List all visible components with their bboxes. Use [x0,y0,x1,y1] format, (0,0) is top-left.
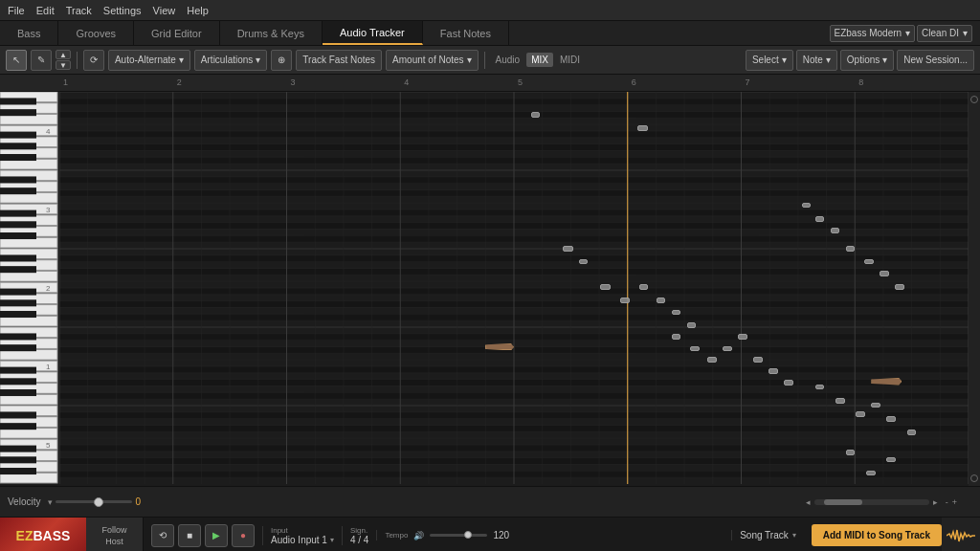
ruler-piano-spacer [0,75,59,92]
tab-fast-notes[interactable]: Fast Notes [423,21,509,45]
midi-note[interactable] [707,357,717,363]
midi-note[interactable] [886,416,896,422]
articulations-btn[interactable]: Articulations ▾ [194,50,267,71]
velocity-slider[interactable] [56,500,132,503]
stop-btn[interactable]: ■ [178,524,201,547]
scroll-up-btn[interactable]: ▲ [56,50,71,59]
midi-note[interactable] [563,246,573,252]
midi-icon-btn[interactable]: ⊕ [271,50,292,71]
play-btn[interactable]: ▶ [205,524,228,547]
right-scrollbar[interactable] [969,92,980,486]
input-selector[interactable]: Audio Input 1 ▾ [271,535,334,545]
amm-tabs: Audio MIX MIDI [491,53,585,67]
h-scroll-track[interactable] [814,499,929,505]
midi-note[interactable] [895,284,904,290]
midi-note[interactable] [802,203,812,209]
midi-note[interactable] [886,457,896,463]
options-btn[interactable]: Options ▾ [840,50,894,71]
grid-area[interactable] [59,92,969,486]
midi-note[interactable] [620,298,630,303]
midi-note[interactable] [637,125,648,131]
menu-edit[interactable]: Edit [36,5,55,16]
midi-note[interactable] [753,357,763,363]
midi-note[interactable] [871,403,880,408]
vel-down-arrow[interactable]: ▾ [48,497,53,507]
track-fast-notes-btn[interactable]: Track Fast Notes [296,50,382,71]
midi-note[interactable] [831,228,840,233]
tab-grooves[interactable]: Grooves [58,21,134,45]
auto-alternate-btn[interactable]: Auto-Alternate ▾ [108,50,190,71]
midi-note[interactable] [723,346,732,352]
pencil-tool[interactable]: ✎ [31,50,52,71]
tab-drums-keys[interactable]: Drums & Keys [220,21,323,45]
midi-note[interactable] [579,259,588,265]
midi-note[interactable] [600,284,611,290]
midi-note[interactable] [768,368,778,374]
accent-note[interactable] [871,378,902,386]
scroll-up-circle[interactable] [970,96,978,103]
scroll-down-circle[interactable] [970,474,978,482]
midi-tab[interactable]: MIDI [555,53,585,67]
tempo-speaker[interactable]: 🔊 [413,531,424,540]
mix-tab[interactable]: MIX [526,53,553,67]
midi-note[interactable] [687,322,697,328]
song-track-chevron[interactable]: ▾ [792,531,796,540]
zoom-minus[interactable]: - [946,497,948,507]
midi-note[interactable] [856,411,865,417]
midi-note[interactable] [880,271,889,276]
divider1 [77,52,78,69]
menu-help[interactable]: Help [187,5,209,16]
loop-btn[interactable]: ⟲ [151,524,174,547]
waveform-svg [947,526,975,545]
cursor-tool[interactable]: ↖ [6,50,27,71]
midi-note[interactable] [690,346,700,352]
midi-note[interactable] [784,380,793,386]
preset1-selector[interactable]: EZbass Modern ▾ [830,25,916,42]
preset2-selector[interactable]: Clean DI ▾ [917,25,972,42]
h-scroll-right[interactable]: ▸ [933,497,938,507]
menu-track[interactable]: Track [66,5,92,16]
scroll-down-btn[interactable]: ▼ [56,60,71,70]
tab-grid-editor[interactable]: Grid Editor [134,21,220,45]
midi-note[interactable] [866,471,876,476]
midi-note[interactable] [738,334,747,340]
zoom-plus[interactable]: + [952,497,957,507]
midi-note[interactable] [672,334,681,340]
record-btn[interactable]: ● [232,524,255,547]
midi-note[interactable] [815,216,825,222]
song-track-section: Song Track ▾ [731,530,804,540]
midi-note[interactable] [907,430,917,435]
follow-host-btn[interactable]: Follow Host [86,518,144,552]
menu-file[interactable]: File [8,5,25,16]
humanize-tool[interactable]: ⟳ [83,50,104,71]
tab-audio-tracker[interactable]: Audio Tracker [323,21,423,45]
tempo-slider[interactable] [430,534,487,537]
midi-note[interactable] [815,385,825,390]
midi-note[interactable] [531,112,540,118]
note-btn[interactable]: Note ▾ [796,50,837,71]
midi-note[interactable] [639,284,649,290]
select-btn[interactable]: Select ▾ [746,50,793,71]
midi-note[interactable] [846,450,856,455]
host-label: Host [105,537,123,546]
transport-bar: EZ BASS Follow Host ⟲ ■ ▶ ● Input Audio … [0,517,980,551]
midi-note[interactable] [835,398,845,404]
audio-tab[interactable]: Audio [491,53,525,67]
accent-note[interactable] [485,343,514,351]
midi-note[interactable] [657,298,666,303]
midi-note[interactable] [672,310,681,316]
tempo-thumb[interactable] [464,531,472,539]
transport-controls: ⟲ ■ ▶ ● [144,524,262,547]
sign-value: 4 / 4 [350,535,368,545]
midi-note[interactable] [846,246,856,252]
menu-settings[interactable]: Settings [103,5,142,16]
h-scroll-left[interactable]: ◂ [806,497,811,507]
midi-note[interactable] [864,259,874,265]
add-midi-button[interactable]: Add MIDI to Song Track [812,524,942,546]
menu-view[interactable]: View [153,5,176,16]
song-track-label: Song Track [740,530,789,540]
amount-of-notes-btn[interactable]: Amount of Notes ▾ [386,50,478,71]
h-scroll-thumb[interactable] [824,499,862,505]
tab-bass[interactable]: Bass [0,21,58,45]
new-session-btn[interactable]: New Session... [897,50,974,71]
